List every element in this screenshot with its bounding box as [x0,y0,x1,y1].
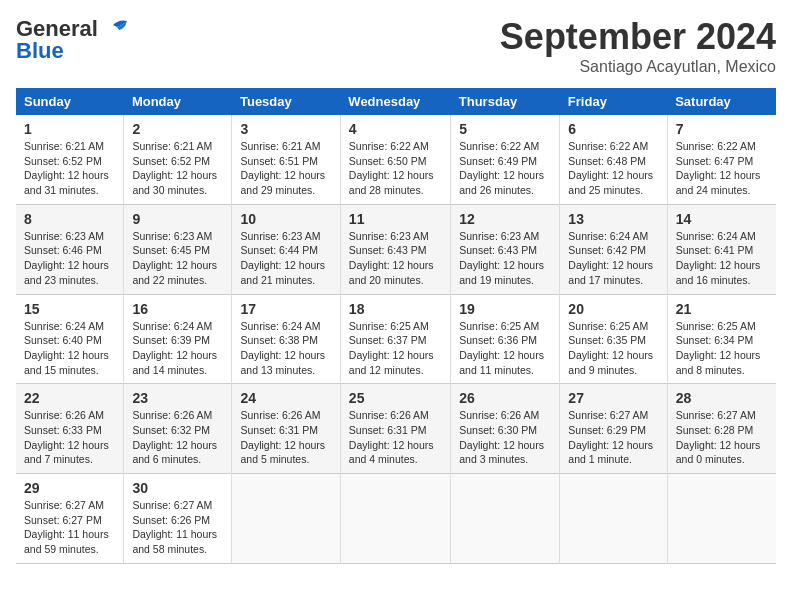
table-row: 3Sunrise: 6:21 AM Sunset: 6:51 PM Daylig… [232,115,340,204]
day-info: Sunrise: 6:22 AM Sunset: 6:49 PM Dayligh… [459,139,551,198]
day-info: Sunrise: 6:23 AM Sunset: 6:44 PM Dayligh… [240,229,331,288]
day-number: 26 [459,390,551,406]
table-row [560,474,667,564]
day-number: 12 [459,211,551,227]
day-number: 1 [24,121,115,137]
table-row: 24Sunrise: 6:26 AM Sunset: 6:31 PM Dayli… [232,384,340,474]
header-friday: Friday [560,88,667,115]
table-row: 15Sunrise: 6:24 AM Sunset: 6:40 PM Dayli… [16,294,124,384]
table-row: 21Sunrise: 6:25 AM Sunset: 6:34 PM Dayli… [667,294,776,384]
day-info: Sunrise: 6:26 AM Sunset: 6:32 PM Dayligh… [132,408,223,467]
day-number: 23 [132,390,223,406]
day-info: Sunrise: 6:21 AM Sunset: 6:52 PM Dayligh… [24,139,115,198]
day-number: 20 [568,301,658,317]
table-row [451,474,560,564]
table-row [667,474,776,564]
table-row: 20Sunrise: 6:25 AM Sunset: 6:35 PM Dayli… [560,294,667,384]
day-number: 24 [240,390,331,406]
day-number: 13 [568,211,658,227]
day-info: Sunrise: 6:23 AM Sunset: 6:45 PM Dayligh… [132,229,223,288]
header-monday: Monday [124,88,232,115]
table-row: 1Sunrise: 6:21 AM Sunset: 6:52 PM Daylig… [16,115,124,204]
day-info: Sunrise: 6:27 AM Sunset: 6:27 PM Dayligh… [24,498,115,557]
day-info: Sunrise: 6:24 AM Sunset: 6:40 PM Dayligh… [24,319,115,378]
table-row: 18Sunrise: 6:25 AM Sunset: 6:37 PM Dayli… [340,294,450,384]
table-row: 8Sunrise: 6:23 AM Sunset: 6:46 PM Daylig… [16,204,124,294]
day-info: Sunrise: 6:24 AM Sunset: 6:38 PM Dayligh… [240,319,331,378]
day-number: 2 [132,121,223,137]
table-row: 7Sunrise: 6:22 AM Sunset: 6:47 PM Daylig… [667,115,776,204]
logo-text-blue: Blue [16,38,64,64]
day-info: Sunrise: 6:26 AM Sunset: 6:30 PM Dayligh… [459,408,551,467]
table-row: 25Sunrise: 6:26 AM Sunset: 6:31 PM Dayli… [340,384,450,474]
table-row: 30Sunrise: 6:27 AM Sunset: 6:26 PM Dayli… [124,474,232,564]
day-number: 14 [676,211,768,227]
day-info: Sunrise: 6:25 AM Sunset: 6:34 PM Dayligh… [676,319,768,378]
day-number: 7 [676,121,768,137]
day-number: 30 [132,480,223,496]
table-row: 12Sunrise: 6:23 AM Sunset: 6:43 PM Dayli… [451,204,560,294]
calendar-week-row: 8Sunrise: 6:23 AM Sunset: 6:46 PM Daylig… [16,204,776,294]
table-row: 22Sunrise: 6:26 AM Sunset: 6:33 PM Dayli… [16,384,124,474]
calendar-table: Sunday Monday Tuesday Wednesday Thursday… [16,88,776,564]
day-number: 15 [24,301,115,317]
table-row: 16Sunrise: 6:24 AM Sunset: 6:39 PM Dayli… [124,294,232,384]
day-number: 3 [240,121,331,137]
calendar-week-row: 15Sunrise: 6:24 AM Sunset: 6:40 PM Dayli… [16,294,776,384]
day-info: Sunrise: 6:24 AM Sunset: 6:39 PM Dayligh… [132,319,223,378]
day-info: Sunrise: 6:23 AM Sunset: 6:46 PM Dayligh… [24,229,115,288]
day-number: 9 [132,211,223,227]
day-info: Sunrise: 6:26 AM Sunset: 6:31 PM Dayligh… [349,408,442,467]
day-number: 6 [568,121,658,137]
day-number: 21 [676,301,768,317]
day-number: 11 [349,211,442,227]
day-number: 22 [24,390,115,406]
day-info: Sunrise: 6:24 AM Sunset: 6:41 PM Dayligh… [676,229,768,288]
header-tuesday: Tuesday [232,88,340,115]
day-number: 8 [24,211,115,227]
day-number: 19 [459,301,551,317]
day-info: Sunrise: 6:21 AM Sunset: 6:51 PM Dayligh… [240,139,331,198]
day-info: Sunrise: 6:26 AM Sunset: 6:31 PM Dayligh… [240,408,331,467]
table-row: 13Sunrise: 6:24 AM Sunset: 6:42 PM Dayli… [560,204,667,294]
day-info: Sunrise: 6:22 AM Sunset: 6:48 PM Dayligh… [568,139,658,198]
day-number: 4 [349,121,442,137]
day-number: 29 [24,480,115,496]
day-info: Sunrise: 6:23 AM Sunset: 6:43 PM Dayligh… [349,229,442,288]
day-number: 25 [349,390,442,406]
day-info: Sunrise: 6:26 AM Sunset: 6:33 PM Dayligh… [24,408,115,467]
header-sunday: Sunday [16,88,124,115]
day-info: Sunrise: 6:27 AM Sunset: 6:29 PM Dayligh… [568,408,658,467]
table-row: 23Sunrise: 6:26 AM Sunset: 6:32 PM Dayli… [124,384,232,474]
table-row: 17Sunrise: 6:24 AM Sunset: 6:38 PM Dayli… [232,294,340,384]
day-info: Sunrise: 6:25 AM Sunset: 6:36 PM Dayligh… [459,319,551,378]
day-number: 16 [132,301,223,317]
table-row [340,474,450,564]
header-saturday: Saturday [667,88,776,115]
day-info: Sunrise: 6:27 AM Sunset: 6:26 PM Dayligh… [132,498,223,557]
day-number: 5 [459,121,551,137]
table-row: 14Sunrise: 6:24 AM Sunset: 6:41 PM Dayli… [667,204,776,294]
day-number: 18 [349,301,442,317]
table-row: 10Sunrise: 6:23 AM Sunset: 6:44 PM Dayli… [232,204,340,294]
calendar-week-row: 22Sunrise: 6:26 AM Sunset: 6:33 PM Dayli… [16,384,776,474]
table-row: 19Sunrise: 6:25 AM Sunset: 6:36 PM Dayli… [451,294,560,384]
table-row: 29Sunrise: 6:27 AM Sunset: 6:27 PM Dayli… [16,474,124,564]
calendar-week-row: 29Sunrise: 6:27 AM Sunset: 6:27 PM Dayli… [16,474,776,564]
table-row: 2Sunrise: 6:21 AM Sunset: 6:52 PM Daylig… [124,115,232,204]
table-row: 9Sunrise: 6:23 AM Sunset: 6:45 PM Daylig… [124,204,232,294]
table-row: 27Sunrise: 6:27 AM Sunset: 6:29 PM Dayli… [560,384,667,474]
table-row: 26Sunrise: 6:26 AM Sunset: 6:30 PM Dayli… [451,384,560,474]
table-row: 6Sunrise: 6:22 AM Sunset: 6:48 PM Daylig… [560,115,667,204]
day-number: 28 [676,390,768,406]
header-thursday: Thursday [451,88,560,115]
day-info: Sunrise: 6:22 AM Sunset: 6:50 PM Dayligh… [349,139,442,198]
day-info: Sunrise: 6:27 AM Sunset: 6:28 PM Dayligh… [676,408,768,467]
page-header: General Blue September 2024 Santiago Aca… [16,16,776,76]
table-row: 4Sunrise: 6:22 AM Sunset: 6:50 PM Daylig… [340,115,450,204]
day-info: Sunrise: 6:25 AM Sunset: 6:37 PM Dayligh… [349,319,442,378]
logo-bird-icon [103,17,131,37]
day-number: 10 [240,211,331,227]
day-info: Sunrise: 6:21 AM Sunset: 6:52 PM Dayligh… [132,139,223,198]
location-title: Santiago Acayutlan, Mexico [500,58,776,76]
